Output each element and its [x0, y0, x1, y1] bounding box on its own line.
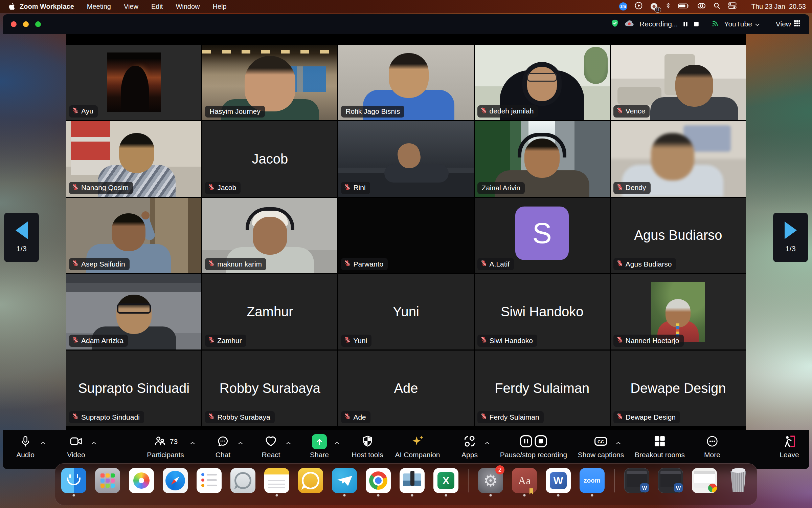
dock-telegram-icon[interactable]	[332, 468, 357, 493]
dock-finder-icon[interactable]	[61, 468, 86, 493]
control-center-icon[interactable]	[728, 2, 737, 10]
dock-photos-icon[interactable]	[129, 468, 154, 493]
prev-page-button[interactable]: 1/3	[4, 213, 39, 262]
zoom-app-icon[interactable]: zm	[619, 2, 627, 10]
dock-excel-icon[interactable]: X	[433, 468, 458, 493]
toolbar-video-button[interactable]: Video	[67, 433, 85, 459]
dock-preview-icon[interactable]	[400, 468, 425, 493]
chevron-up-icon[interactable]	[190, 441, 195, 446]
dock-reminders-icon[interactable]	[197, 468, 222, 493]
dock-launchpad-icon[interactable]	[95, 468, 120, 493]
chrome-icon[interactable]: 11	[650, 2, 658, 10]
toolbar-captions-button[interactable]: CCShow captions	[578, 433, 624, 459]
stream-destination-button[interactable]: YouTube	[724, 20, 760, 28]
chevron-up-icon[interactable]	[91, 441, 96, 446]
participant-tile-ferdy[interactable]: Ferdy SulaimanFerdy Sulaiman	[475, 351, 610, 426]
participant-tile-nannerl[interactable]: Nannerl Hoetarjo	[611, 274, 746, 350]
toolbar-ai-companion-button[interactable]: AI Companion	[395, 433, 440, 459]
participant-tile-jacob[interactable]: JacobJacob	[202, 121, 337, 197]
participant-tile-alatif[interactable]: SA.Latif	[475, 198, 610, 273]
dock-trash-icon[interactable]	[726, 468, 751, 493]
menu-item-window[interactable]: Window	[176, 3, 200, 10]
toolbar-share-button[interactable]: Share	[310, 433, 329, 459]
menu-item-edit[interactable]: Edit	[151, 3, 163, 10]
toolbar-audio-button[interactable]: Audio	[16, 433, 35, 459]
participant-tile-suprapto[interactable]: Suprapto SinduadiSuprapto Sinduadi	[66, 351, 201, 426]
security-shield-icon[interactable]	[611, 19, 619, 29]
fullscreen-window-button[interactable]	[35, 21, 41, 27]
chevron-up-icon[interactable]	[616, 441, 621, 446]
minimize-window-button[interactable]	[23, 21, 29, 27]
running-indicator	[490, 494, 492, 496]
dock-minimized-window-chrome-icon[interactable]	[692, 468, 717, 493]
dock-system-settings-icon[interactable]: ⚙2	[478, 468, 503, 493]
menu-item-view[interactable]: View	[124, 3, 138, 10]
zoom-window: Recording... YouTube	[3, 14, 809, 469]
participant-tile-siwi[interactable]: Siwi HandokoSiwi Handoko	[475, 274, 610, 350]
chevron-up-icon[interactable]	[238, 441, 243, 446]
dock-dictionary-icon[interactable]: Aa	[512, 468, 537, 493]
live-stream-icon	[712, 20, 719, 29]
participant-tile-dedeh[interactable]: dedeh jamilah	[475, 45, 610, 120]
participant-tile-zainal[interactable]: Zainal Arivin	[475, 121, 610, 197]
chevron-up-icon[interactable]	[484, 441, 490, 446]
menu-item-zoom-workplace[interactable]: Zoom Workplace	[20, 3, 74, 10]
participant-tile-rini[interactable]: Rini	[338, 121, 473, 197]
mic-off-icon	[616, 260, 623, 268]
stop-recording-button[interactable]	[693, 21, 699, 27]
participant-tile-dewape[interactable]: Dewape DesignDewape Design	[611, 351, 746, 426]
participant-tile-parwanto[interactable]: Parwanto	[338, 198, 473, 273]
participant-tile-agus[interactable]: Agus BudiarsoAgus Budiarso	[611, 198, 746, 273]
dock-whatsapp-gold-icon[interactable]	[298, 468, 323, 493]
toolbar-participants-button[interactable]: 73Participants	[147, 433, 184, 459]
chevron-up-icon[interactable]	[40, 441, 46, 446]
participant-name-label: Zamhur	[217, 337, 242, 345]
search-icon[interactable]	[714, 2, 720, 11]
toolbar-chat-button[interactable]: Chat	[216, 433, 230, 459]
apple-menu-icon[interactable]	[9, 3, 15, 10]
dock-minimized-window-word-2-icon[interactable]: W	[658, 468, 683, 493]
battery-icon[interactable]	[678, 3, 690, 10]
menu-bar-clock[interactable]: Thu 23 Jan 20.53	[751, 3, 806, 10]
participant-tile-zamhur[interactable]: ZamhurZamhur	[202, 274, 337, 350]
participant-nameplate: Dendy	[613, 182, 651, 194]
view-button[interactable]: View	[776, 20, 800, 28]
toolbar-react-button[interactable]: React	[262, 433, 280, 459]
participant-tile-adam[interactable]: Adam Arrizka	[66, 274, 201, 350]
now-playing-icon[interactable]	[635, 2, 642, 11]
bluetooth-icon[interactable]	[666, 2, 671, 11]
dock-whatsapp-silver-icon[interactable]	[230, 468, 255, 493]
participant-count: 73	[170, 438, 178, 446]
toolbar-leave-button[interactable]: Leave	[780, 433, 799, 459]
participant-tile-asep[interactable]: Asep Saifudin	[66, 198, 201, 273]
close-window-button[interactable]	[11, 21, 17, 27]
participant-tile-yuni[interactable]: YuniYuni	[338, 274, 473, 350]
dock-notes-icon[interactable]	[264, 468, 289, 493]
dock-word-icon[interactable]: W	[546, 468, 571, 493]
toolbar-record-button[interactable]: Pause/stop recording	[500, 433, 567, 459]
participant-tile-ayu[interactable]: Ayu	[66, 45, 201, 120]
dock-safari-icon[interactable]	[163, 468, 188, 493]
screen-mirroring-icon[interactable]	[697, 2, 706, 11]
pause-recording-button[interactable]	[683, 21, 688, 27]
dock-chrome-icon[interactable]	[366, 468, 391, 493]
participant-tile-rofik[interactable]: Rofik Jago Bisnis	[338, 45, 473, 120]
chevron-up-icon[interactable]	[334, 441, 340, 446]
toolbar-apps-button[interactable]: Apps	[461, 433, 478, 459]
participant-tile-nanang[interactable]: Nanang Qosim	[66, 121, 201, 197]
participant-tile-ade[interactable]: AdeAde	[338, 351, 473, 426]
participant-tile-dendy[interactable]: Dendy	[611, 121, 746, 197]
menu-item-meeting[interactable]: Meeting	[87, 3, 111, 10]
dock-zoom-icon[interactable]: zoom	[580, 468, 605, 493]
toolbar-host-tools-button[interactable]: Host tools	[352, 433, 383, 459]
toolbar-breakout-button[interactable]: Breakout rooms	[635, 433, 685, 459]
toolbar-more-button[interactable]: More	[704, 433, 720, 459]
dock-minimized-window-word-1-icon[interactable]: W	[624, 468, 649, 493]
participant-tile-hasyim[interactable]: Hasyim Journey	[202, 45, 337, 120]
participant-tile-maknun[interactable]: maknun karim	[202, 198, 337, 273]
participant-tile-vence[interactable]: Vence	[611, 45, 746, 120]
menu-item-help[interactable]: Help	[213, 3, 227, 10]
chevron-up-icon[interactable]	[286, 441, 291, 446]
participant-tile-robby[interactable]: Robby SurabayaRobby Surabaya	[202, 351, 337, 426]
next-page-button[interactable]: 1/3	[773, 213, 808, 262]
